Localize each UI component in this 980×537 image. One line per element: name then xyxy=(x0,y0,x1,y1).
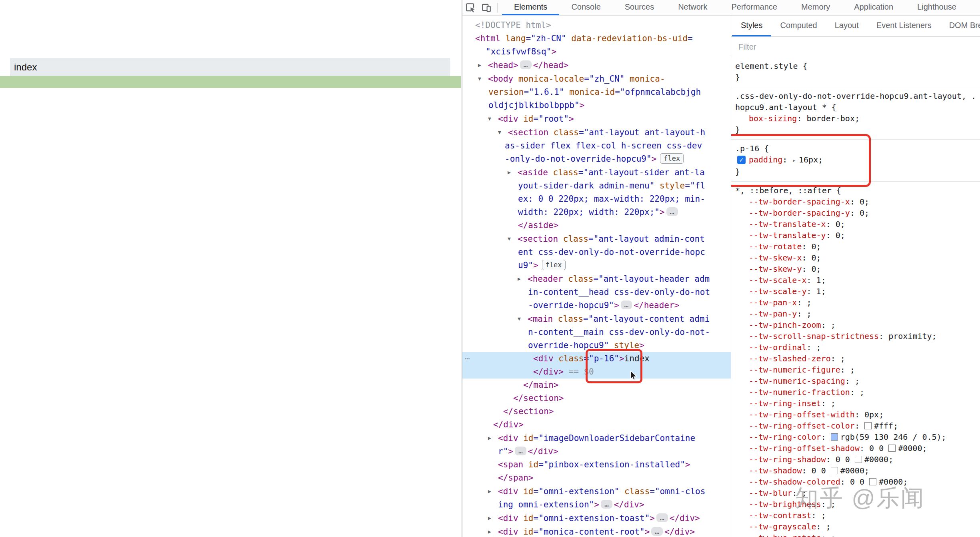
dom-tree-node[interactable]: n-content__main css-dev-only-do-not- xyxy=(462,326,731,339)
collapsed-content-ellipsis[interactable]: … xyxy=(601,500,612,509)
dom-tree-node[interactable]: ⋯<div class="p-16">index xyxy=(462,352,731,365)
css-property[interactable]: --tw-ring-offset-shadow: 0 0 #0000; xyxy=(735,443,976,454)
css-property[interactable]: --tw-numeric-fraction: ; xyxy=(735,387,976,398)
expand-arrow-icon[interactable]: ▶ xyxy=(508,166,518,179)
inspect-element-icon[interactable] xyxy=(462,0,478,15)
style-selector[interactable]: .css-dev-only-do-not-override-hopcu9.ant… xyxy=(735,90,976,102)
css-property[interactable]: --tw-skew-y: 0; xyxy=(735,263,976,275)
dom-tree-node[interactable]: ▼<section class="ant-layout admin-cont xyxy=(462,232,731,246)
dom-tree-node[interactable]: ▶<div id="omni-extension" class="omni-cl… xyxy=(462,485,731,498)
dom-tree-node[interactable]: yout-sider-dark admin-menu" style="fl xyxy=(462,179,731,192)
style-selector[interactable]: .p-16 { xyxy=(735,143,976,154)
tab-lighthouse[interactable]: Lighthouse xyxy=(905,0,968,15)
css-property[interactable]: ✓padding: ▸16px; xyxy=(735,154,976,166)
dom-tree-node[interactable]: ▼<body monica-locale="zh_CN" monica- xyxy=(462,72,731,86)
dom-tree-node[interactable]: ex: 0 0 220px; max-width: 220px; min- xyxy=(462,192,731,206)
dom-tree-node[interactable]: <!DOCTYPE html> xyxy=(462,19,731,32)
collapse-arrow-icon[interactable]: ▼ xyxy=(518,312,528,325)
sidebar-tab-layout[interactable]: Layout xyxy=(826,16,868,36)
css-property[interactable]: --tw-ordinal: ; xyxy=(735,342,976,353)
css-property[interactable]: --tw-pan-x: ; xyxy=(735,297,976,308)
css-property[interactable]: box-sizing: border-box; xyxy=(735,113,976,124)
collapsed-content-ellipsis[interactable]: … xyxy=(666,207,678,216)
css-property[interactable]: --tw-scale-x: 1; xyxy=(735,275,976,286)
css-property[interactable]: --tw-border-spacing-y: 0; xyxy=(735,207,976,218)
dom-tree-node[interactable]: oldjcjblkibolbppb"> xyxy=(462,99,731,112)
collapsed-content-ellipsis[interactable]: … xyxy=(651,527,663,536)
dom-tree-node[interactable]: <html lang="zh-CN" data-redeviation-bs-u… xyxy=(462,32,731,45)
tab-memory[interactable]: Memory xyxy=(789,0,842,15)
dom-tree-node[interactable]: </main> xyxy=(462,379,731,392)
css-property[interactable]: --tw-shadow-colored: 0 0 #0000; xyxy=(735,476,976,487)
dom-tree-node[interactable]: "xcisfvwf8sq"> xyxy=(462,45,731,58)
css-property[interactable]: --tw-translate-y: 0; xyxy=(735,230,976,241)
css-property[interactable]: --tw-ring-offset-width: 0px; xyxy=(735,409,976,420)
dom-tree-node[interactable]: ▼<div id="root"> xyxy=(462,112,731,126)
color-swatch[interactable] xyxy=(855,456,862,463)
css-property[interactable]: --tw-slashed-zero: ; xyxy=(735,353,976,364)
dom-tree-node[interactable]: ▼<section class="ant-layout ant-layout-h xyxy=(462,126,731,139)
css-property[interactable]: --tw-rotate: 0; xyxy=(735,241,976,252)
collapse-arrow-icon[interactable]: ▼ xyxy=(508,232,518,245)
css-property[interactable]: --tw-hue-rotate: ; xyxy=(735,532,976,537)
css-property[interactable]: --tw-numeric-figure: ; xyxy=(735,364,976,375)
css-property[interactable]: --tw-numeric-spacing: ; xyxy=(735,375,976,387)
dom-tree-node[interactable]: ▶<head>…</head> xyxy=(462,58,731,72)
sidebar-tab-event-listeners[interactable]: Event Listeners xyxy=(868,16,940,36)
css-property[interactable]: --tw-translate-x: 0; xyxy=(735,218,976,230)
dom-tree-node[interactable]: in-content__head css-dev-only-do-not xyxy=(462,286,731,299)
shorthand-expander-icon[interactable]: ▸ xyxy=(792,156,796,164)
css-property[interactable]: --tw-scroll-snap-strictness: proximity; xyxy=(735,331,976,342)
css-property[interactable]: --tw-shadow: 0 0 #0000; xyxy=(735,465,976,476)
dom-tree-node[interactable]: version="1.6.1" monica-id="ofpnmcalabcbj… xyxy=(462,86,731,99)
node-menu-dots-icon[interactable]: ⋯ xyxy=(465,352,470,365)
css-property[interactable]: --tw-scale-y: 1; xyxy=(735,286,976,297)
color-swatch[interactable] xyxy=(831,467,838,474)
css-property[interactable]: --tw-ring-color: rgb(59 130 246 / 0.5); xyxy=(735,431,976,443)
css-property[interactable]: --tw-grayscale: ; xyxy=(735,521,976,532)
tab-network[interactable]: Network xyxy=(666,0,719,15)
collapsed-content-ellipsis[interactable]: … xyxy=(621,301,632,309)
dom-tree-node[interactable]: </div> == $0 xyxy=(462,365,731,379)
property-checkbox[interactable]: ✓ xyxy=(737,156,746,164)
css-property[interactable]: --tw-ring-offset-color: #fff; xyxy=(735,420,976,431)
tab-elements[interactable]: Elements xyxy=(502,0,559,15)
color-swatch[interactable] xyxy=(869,478,876,485)
collapsed-content-ellipsis[interactable]: … xyxy=(515,447,526,455)
expand-arrow-icon[interactable]: ▶ xyxy=(518,272,528,285)
css-property[interactable]: --tw-skew-x: 0; xyxy=(735,252,976,263)
collapse-arrow-icon[interactable]: ▼ xyxy=(478,72,488,85)
collapsed-content-ellipsis[interactable]: … xyxy=(520,60,532,69)
collapsed-content-ellipsis[interactable]: … xyxy=(656,513,668,522)
sidebar-tab-dom-breakpoints[interactable]: DOM Breakpoints xyxy=(940,16,980,36)
dom-tree-node[interactable]: ▶<div id="omni-extension-toast">…</div> xyxy=(462,511,731,525)
expand-arrow-icon[interactable]: ▶ xyxy=(478,58,488,72)
tab-application[interactable]: Application xyxy=(842,0,905,15)
dom-tree-node[interactable]: ▶<aside class="ant-layout-sider ant-la xyxy=(462,166,731,179)
dom-tree-node[interactable]: -override-hopcu9">…</header> xyxy=(462,299,731,312)
dom-tree-node[interactable]: r">…</div> xyxy=(462,445,731,458)
dom-tree-node[interactable]: ▶<div id="imageDownloaderSidebarContaine xyxy=(462,431,731,445)
dom-tree-node[interactable]: ▶<div id="monica-content-root">…</div> xyxy=(462,525,731,537)
css-property[interactable]: --tw-brightness: ; xyxy=(735,499,976,510)
tab-console[interactable]: Console xyxy=(559,0,612,15)
collapse-arrow-icon[interactable]: ▼ xyxy=(498,126,508,139)
css-property[interactable]: --tw-pan-y: ; xyxy=(735,308,976,319)
dom-tree-node[interactable]: override-hopcu9" style> xyxy=(462,339,731,352)
dom-tree-node[interactable]: ▶<header class="ant-layout-header adm xyxy=(462,272,731,286)
expand-arrow-icon[interactable]: ▶ xyxy=(488,485,498,498)
dom-tree-node[interactable]: ▼<main class="ant-layout-content admi xyxy=(462,312,731,326)
css-property[interactable]: --tw-ring-inset: ; xyxy=(735,398,976,409)
styles-filter-bar[interactable]: Filter xyxy=(731,37,980,57)
dom-tree-node[interactable]: </span> xyxy=(462,471,731,485)
css-property[interactable]: --tw-pinch-zoom: ; xyxy=(735,319,976,331)
dom-tree-node[interactable]: </section> xyxy=(462,405,731,418)
dom-tree-node[interactable]: </aside> xyxy=(462,219,731,232)
dom-tree-node[interactable]: u9">flex xyxy=(462,259,731,272)
expand-arrow-icon[interactable]: ▶ xyxy=(488,525,498,537)
expand-arrow-icon[interactable]: ▶ xyxy=(488,431,498,445)
filter-input[interactable]: Filter xyxy=(738,42,756,52)
color-swatch[interactable] xyxy=(831,433,838,441)
style-selector[interactable]: hopcu9.ant-layout * { xyxy=(735,102,976,113)
sidebar-tab-styles[interactable]: Styles xyxy=(732,16,771,36)
